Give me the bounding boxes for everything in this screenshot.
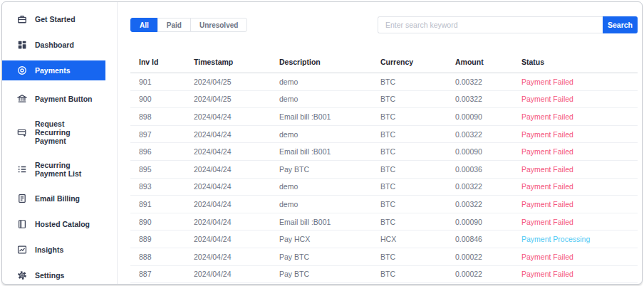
filter-tab-paid[interactable]: Paid (157, 18, 191, 32)
cell-amount: 0.00322 (447, 125, 513, 143)
cell-timestamp: 2024/04/24 (185, 178, 271, 196)
cell-amount: 0.00846 (447, 231, 513, 248)
briefcase-icon (17, 14, 27, 24)
sidebar-item-payment-button[interactable]: Payment Button (2, 89, 105, 109)
card-plus-icon (17, 127, 27, 137)
cell-amount: 0.00322 (447, 178, 513, 196)
table-row[interactable]: 887 2024/04/24 Pay BTC BTC 0.00022 Payme… (130, 265, 638, 283)
cell-inv-id: 897 (130, 125, 185, 143)
search-input[interactable] (378, 16, 603, 33)
column-header-description: Description (271, 51, 372, 73)
gear-icon (17, 270, 27, 280)
status-badge: Payment Failed (513, 73, 638, 91)
cell-timestamp: 2024/04/24 (185, 265, 271, 283)
cell-timestamp: 2024/04/24 (185, 125, 271, 143)
sidebar-item-get-started[interactable]: Get Started (2, 9, 105, 29)
cell-timestamp: 2024/04/24 (185, 231, 271, 248)
cell-description: Pay HCX (271, 231, 372, 248)
table-row[interactable]: 898 2024/04/24 Email bill :B001 BTC 0.00… (130, 108, 638, 126)
status-badge: Payment Failed (513, 160, 638, 178)
cell-description: Pay BTC (271, 160, 372, 178)
cell-inv-id: 891 (130, 196, 185, 213)
sidebar-item-dashboard[interactable]: Dashboard (2, 35, 105, 55)
status-badge: Payment Failed (513, 265, 638, 283)
sidebar-item-label: Payment Button (35, 95, 100, 103)
filter-tab-all[interactable]: All (130, 18, 158, 32)
table-row[interactable]: 896 2024/04/24 Email bill :B001 BTC 0.00… (130, 143, 638, 161)
table-row[interactable]: 891 2024/04/24 demo BTC 0.00322 Payment … (130, 196, 638, 213)
sidebar-item-settings[interactable]: Settings (2, 265, 105, 285)
cell-amount: 0.00036 (447, 160, 513, 178)
cell-currency: BTC (372, 213, 447, 231)
cell-inv-id: 900 (130, 90, 185, 108)
status-badge: Payment Failed (513, 108, 638, 126)
cell-timestamp: 2024/04/24 (185, 143, 271, 161)
book-icon (17, 219, 27, 229)
sidebar-item-insights[interactable]: Insights (2, 240, 105, 260)
column-header-timestamp: Timestamp (185, 51, 271, 73)
cell-inv-id: 898 (130, 108, 185, 126)
status-badge: Payment Failed (513, 178, 638, 196)
cell-description: demo (271, 73, 372, 91)
search-button[interactable]: Search (603, 16, 638, 33)
table-row[interactable]: 893 2024/04/24 demo BTC 0.00322 Payment … (130, 178, 638, 196)
cell-currency: BTC (372, 265, 447, 283)
cell-inv-id: 895 (130, 160, 185, 178)
table-row[interactable]: 901 2024/04/25 demo BTC 0.00322 Payment … (130, 73, 638, 91)
cell-timestamp: 2024/04/24 (185, 108, 271, 126)
cell-timestamp: 2024/04/24 (185, 248, 271, 265)
cell-timestamp: 2024/04/24 (185, 213, 271, 231)
cell-description: Pay BTC (271, 248, 372, 265)
cell-currency: HCX (372, 231, 447, 248)
table-row[interactable]: 895 2024/04/24 Pay BTC BTC 0.00036 Payme… (130, 160, 638, 178)
cell-currency: BTC (372, 178, 447, 196)
cell-description: Email bill :B001 (271, 213, 372, 231)
filter-tabs: All Paid Unresolved (130, 18, 247, 32)
table-row[interactable]: 888 2024/04/24 Pay BTC BTC 0.00022 Payme… (130, 248, 638, 265)
cell-currency: BTC (372, 125, 447, 143)
payments-table: Inv Id Timestamp Description Currency Am… (130, 51, 638, 283)
table-row[interactable]: 897 2024/04/24 demo BTC 0.00322 Payment … (130, 125, 638, 143)
cell-amount: 0.00090 (447, 213, 513, 231)
cell-description: Email bill :B001 (271, 143, 372, 161)
cell-currency: BTC (372, 143, 447, 161)
document-icon (17, 194, 27, 203)
cell-inv-id: 893 (130, 178, 185, 196)
sidebar-item-label: Hosted Catalog (35, 220, 100, 228)
cell-amount: 0.00322 (447, 90, 513, 108)
column-header-status: Status (513, 51, 638, 73)
sidebar-item-recurring-payment-list[interactable]: Recurring Payment List (2, 156, 105, 183)
cell-currency: BTC (372, 160, 447, 178)
sidebar-item-label: Recurring Payment List (35, 161, 100, 178)
sidebar-item-payments[interactable]: Payments (2, 60, 105, 80)
sidebar-item-label: Insights (35, 245, 100, 254)
chart-icon (17, 245, 27, 255)
sidebar-item-email-billing[interactable]: Email Billing (2, 189, 105, 208)
status-badge: Payment Failed (513, 213, 638, 231)
cell-currency: BTC (372, 196, 447, 213)
filter-tab-unresolved[interactable]: Unresolved (190, 18, 247, 32)
table-row[interactable]: 889 2024/04/24 Pay HCX HCX 0.00846 Payme… (130, 231, 638, 248)
cell-amount: 0.00022 (447, 265, 513, 283)
cell-amount: 0.00322 (447, 196, 513, 213)
cell-inv-id: 889 (130, 231, 185, 248)
bank-icon (17, 94, 27, 104)
app-window: Get Started Dashboard Payments Payment B… (1, 1, 643, 285)
sidebar-item-label: Settings (35, 271, 100, 280)
cell-currency: BTC (372, 90, 447, 108)
cell-amount: 0.00090 (447, 143, 513, 161)
dashboard-grid-icon (17, 40, 27, 50)
sidebar-item-request-recurring-payment[interactable]: Request Recurring Payment (2, 115, 105, 150)
coin-icon (17, 65, 27, 75)
cell-inv-id: 896 (130, 143, 185, 161)
column-header-inv-id: Inv Id (130, 51, 185, 73)
sidebar-item-hosted-catalog[interactable]: Hosted Catalog (2, 214, 105, 234)
status-badge: Payment Failed (513, 196, 638, 213)
column-header-currency: Currency (372, 51, 447, 73)
cell-currency: BTC (372, 108, 447, 126)
sidebar-item-label: Payments (35, 66, 100, 75)
table-row[interactable]: 900 2024/04/25 demo BTC 0.00322 Payment … (130, 90, 638, 108)
table-row[interactable]: 890 2024/04/24 Email bill :B001 BTC 0.00… (130, 213, 638, 231)
table-header-row: Inv Id Timestamp Description Currency Am… (130, 51, 638, 73)
cell-timestamp: 2024/04/25 (185, 90, 271, 108)
